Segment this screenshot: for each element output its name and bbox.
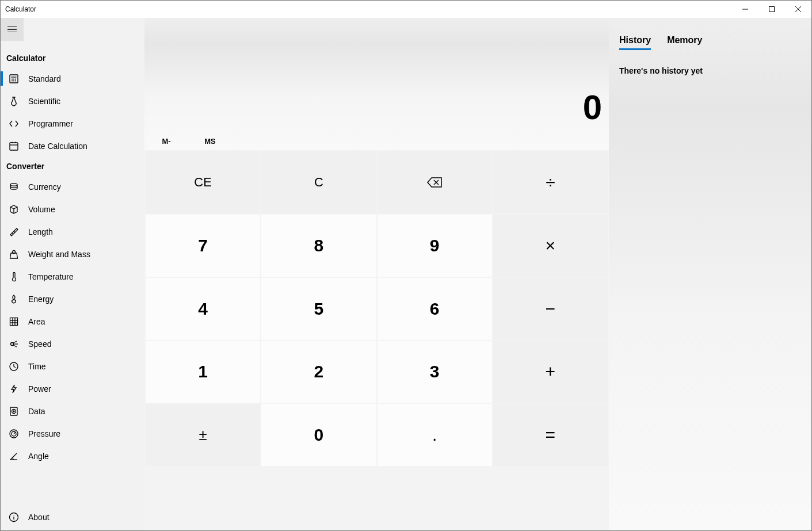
svg-point-28	[12, 409, 16, 413]
key-multiply[interactable]: ×	[493, 215, 608, 277]
key-9[interactable]: 9	[378, 215, 492, 277]
svg-point-25	[11, 342, 14, 345]
svg-line-17	[12, 233, 13, 234]
length-icon	[9, 227, 19, 237]
nav-label: Temperature	[28, 272, 74, 281]
nav-label: Time	[28, 362, 46, 371]
nav-converter-length[interactable]: Length	[1, 220, 144, 243]
svg-point-33	[13, 514, 14, 515]
key-0[interactable]: 0	[261, 404, 376, 466]
svg-rect-20	[10, 318, 18, 325]
nav-converter-data[interactable]: Data	[1, 400, 144, 422]
nav-label: Length	[28, 227, 53, 236]
nav-label: Standard	[28, 74, 61, 83]
nav-about[interactable]: About	[1, 506, 144, 528]
energy-icon	[9, 294, 19, 304]
memory-minus-button[interactable]: M-	[144, 137, 188, 146]
history-empty-message: There's no history yet	[619, 50, 801, 75]
nav-converter-temperature[interactable]: Temperature	[1, 265, 144, 288]
info-icon	[9, 512, 19, 522]
navigation-pane: Calculator StandardScientificProgrammerD…	[1, 18, 144, 530]
svg-line-18	[14, 231, 15, 232]
nav-label: Data	[28, 407, 45, 416]
key-backspace[interactable]	[378, 151, 492, 213]
scientific-icon	[9, 96, 19, 106]
key-minus[interactable]: −	[493, 278, 608, 340]
nav-converter-area[interactable]: Area	[1, 310, 144, 333]
weight-icon	[9, 249, 19, 259]
time-icon	[9, 361, 19, 372]
nav-label: Currency	[28, 182, 61, 192]
volume-icon	[9, 204, 19, 215]
nav-converter-angle[interactable]: Angle	[1, 445, 144, 467]
key-5[interactable]: 5	[261, 278, 376, 340]
side-panel: History Memory There's no history yet	[609, 18, 811, 530]
power-icon	[9, 384, 19, 394]
hamburger-button[interactable]	[1, 18, 24, 41]
pressure-icon	[9, 429, 19, 439]
nav-converter-weight-and-mass[interactable]: Weight and Mass	[1, 243, 144, 265]
nav-label: Weight and Mass	[28, 250, 90, 259]
app-title: Calculator	[5, 5, 36, 13]
key-3[interactable]: 3	[378, 341, 492, 403]
memory-row: M- MS	[144, 132, 609, 150]
nav-converter-speed[interactable]: Speed	[1, 333, 144, 355]
nav-label: Programmer	[28, 119, 73, 128]
svg-point-29	[13, 411, 14, 412]
key-4[interactable]: 4	[146, 278, 260, 340]
nav-converter-volume[interactable]: Volume	[1, 198, 144, 220]
minimize-button[interactable]	[732, 1, 758, 18]
key-2[interactable]: 2	[261, 341, 376, 403]
standard-icon	[9, 74, 19, 84]
nav-label: Volume	[28, 205, 55, 214]
tab-history[interactable]: History	[619, 35, 651, 50]
area-icon	[9, 316, 19, 327]
svg-rect-27	[10, 407, 17, 415]
nav-converter-currency[interactable]: Currency	[1, 175, 144, 198]
nav-mode-date-calculation[interactable]: Date Calculation	[1, 135, 144, 157]
speed-icon	[9, 339, 19, 349]
svg-rect-1	[769, 7, 775, 12]
display-area: 0 M- MS	[144, 18, 609, 150]
panel-tabs: History Memory	[619, 18, 801, 50]
nav-converter-pressure[interactable]: Pressure	[1, 422, 144, 445]
svg-rect-12	[10, 143, 18, 150]
nav-label: Angle	[28, 452, 49, 461]
nav-mode-standard[interactable]: Standard	[1, 67, 144, 90]
nav-label: Energy	[28, 295, 54, 304]
hamburger-icon	[7, 26, 17, 33]
key-plus[interactable]: +	[493, 341, 608, 403]
display-value: 0	[583, 87, 602, 127]
key-8[interactable]: 8	[261, 215, 376, 277]
key-c[interactable]: C	[261, 151, 376, 213]
keypad: CE C ÷ 7 8 9 × 4 5 6	[144, 150, 609, 530]
nav-mode-programmer[interactable]: Programmer	[1, 112, 144, 135]
nav-label: Area	[28, 317, 45, 326]
nav-label: Date Calculation	[28, 142, 87, 151]
nav-converter-power[interactable]: Power	[1, 377, 144, 400]
key-ce[interactable]: CE	[146, 151, 260, 213]
angle-icon	[9, 451, 19, 461]
key-7[interactable]: 7	[146, 215, 260, 277]
nav-label: About	[28, 513, 49, 522]
key-6[interactable]: 6	[378, 278, 492, 340]
data-icon	[9, 406, 19, 417]
calculator-window: Calculator Calculator StandardScientific…	[0, 0, 812, 531]
key-equals[interactable]: =	[493, 404, 608, 466]
nav-label: Pressure	[28, 429, 60, 438]
currency-icon	[9, 182, 19, 192]
date-icon	[9, 141, 19, 151]
tab-memory[interactable]: Memory	[667, 35, 702, 50]
nav-converter-time[interactable]: Time	[1, 355, 144, 377]
key-plusminus[interactable]: ±	[146, 404, 260, 466]
key-divide[interactable]: ÷	[493, 151, 608, 213]
memory-store-button[interactable]: MS	[188, 137, 232, 146]
nav-mode-scientific[interactable]: Scientific	[1, 90, 144, 112]
nav-converter-energy[interactable]: Energy	[1, 288, 144, 310]
nav-label: Scientific	[28, 97, 60, 106]
backspace-icon	[426, 177, 443, 188]
maximize-button[interactable]	[758, 1, 785, 18]
key-1[interactable]: 1	[146, 341, 260, 403]
key-decimal[interactable]: .	[378, 404, 492, 466]
close-button[interactable]	[785, 1, 811, 18]
